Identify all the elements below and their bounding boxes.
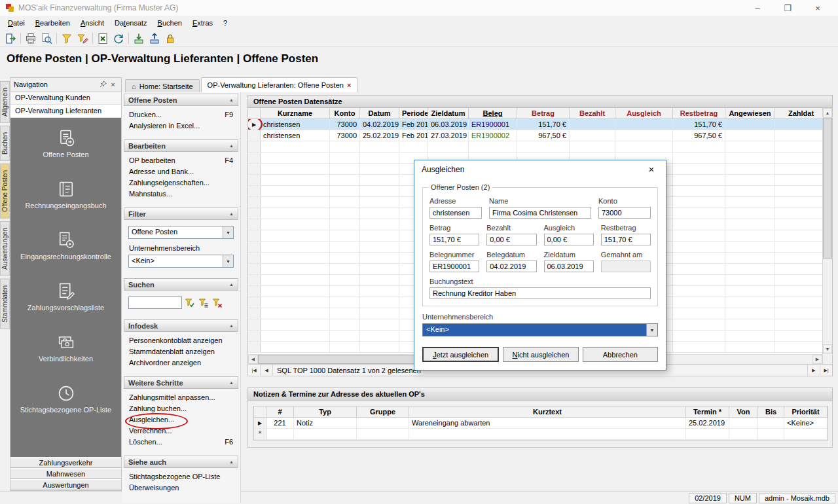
nav-item-op-verwaltung-lieferanten[interactable]: OP-Verwaltung Lieferanten: [10, 105, 121, 118]
scroll-up-icon[interactable]: ▲: [823, 108, 832, 118]
tab-op-verwaltung-lieferanten-offene-posten[interactable]: OP-Verwaltung Lieferanten: Offene Posten…: [201, 77, 358, 92]
vscroll-thumb[interactable]: [823, 118, 832, 259]
notes-column-von[interactable]: Von: [729, 406, 758, 417]
column-header-restbetrag[interactable]: Restbetrag: [673, 108, 725, 118]
vtab-allgemein[interactable]: Allgemein: [0, 81, 10, 123]
column-header-angewiesen[interactable]: Angewiesen: [725, 108, 775, 118]
tab-close-icon[interactable]: ×: [347, 81, 351, 89]
notes-column-kurztext[interactable]: Kurztext: [409, 406, 686, 417]
belegdatum-field[interactable]: 04.02.2019: [486, 261, 536, 272]
tab-home-startseite[interactable]: ⌂Home: Startseite: [125, 79, 200, 92]
vtab-auswertungen[interactable]: Auswertungen: [0, 221, 10, 276]
menu-item-bearbeiten[interactable]: Bearbeiten: [30, 17, 75, 29]
notes-column-gruppe[interactable]: Gruppe: [357, 406, 409, 417]
notes-column-item[interactable]: #: [266, 406, 294, 417]
action-drucken[interactable]: Drucken...F9: [124, 109, 238, 120]
action-verrechnen[interactable]: Verrechnen...: [124, 425, 238, 437]
notes-column-termin[interactable]: Termin *: [686, 406, 729, 417]
close-panel-icon[interactable]: ×: [108, 81, 118, 88]
action-analysieren-in-excel[interactable]: Analysieren in Excel...: [124, 120, 238, 132]
vscroll-track[interactable]: [823, 259, 832, 344]
column-header-zahldat[interactable]: Zahldat: [775, 108, 822, 118]
next-record-icon[interactable]: ▶: [807, 365, 820, 376]
refresh-icon[interactable]: [111, 31, 126, 46]
menu-item-buchen[interactable]: Buchen: [153, 17, 187, 29]
pin-icon[interactable]: [98, 81, 108, 89]
action-adresse-und-bank[interactable]: Adresse und Bank...: [124, 166, 238, 177]
restbetrag-field[interactable]: 151,70 €: [601, 234, 651, 245]
dialog-button-nicht-ausgleichen[interactable]: Nicht ausgleichen: [503, 347, 578, 362]
sidebar-item-rechnungseingangsbuch[interactable]: Rechnungseingangsbuch: [10, 177, 121, 224]
print-icon[interactable]: [23, 31, 39, 46]
last-record-icon[interactable]: ▶|: [820, 365, 832, 376]
menu-item-extras[interactable]: Extras: [187, 17, 218, 29]
row-selector[interactable]: *: [254, 429, 266, 439]
row-selector[interactable]: ▶: [254, 418, 266, 428]
notes-column-bis[interactable]: Bis: [758, 406, 784, 417]
filter-edit-icon[interactable]: [75, 31, 90, 46]
column-header-bezahlt[interactable]: Bezahlt: [570, 108, 615, 118]
sidebar-item-zahlungsvorschlagsliste[interactable]: Zahlungsvorschlagsliste: [10, 279, 121, 326]
first-record-icon[interactable]: |◀: [248, 365, 261, 376]
import-icon[interactable]: [131, 31, 147, 46]
section-header-siehe-auch[interactable]: Siehe auch▲: [124, 456, 238, 468]
lock-icon[interactable]: [162, 31, 178, 46]
action-löschen[interactable]: Löschen...F6: [124, 437, 238, 448]
vtab-stammdaten[interactable]: Stammdaten: [0, 279, 10, 329]
column-header-betrag[interactable]: Betrag: [517, 108, 570, 118]
dialog-button-abbrechen[interactable]: Abbrechen: [583, 347, 658, 362]
vertical-scrollbar[interactable]: ▲ ▼: [822, 108, 832, 364]
filter-list-icon[interactable]: [198, 297, 210, 309]
belegnummer-field[interactable]: ER1900001: [429, 261, 479, 272]
close-icon[interactable]: ×: [803, 3, 833, 13]
previous-record-icon[interactable]: ◀: [261, 365, 273, 376]
sidebar-item-offene-posten[interactable]: Offene Posten: [10, 126, 121, 173]
section-header-filter[interactable]: Filter▲: [124, 207, 238, 220]
action-überweisungen[interactable]: Überweisungen: [124, 482, 238, 494]
vtab-offene-posten[interactable]: Offene Posten: [0, 164, 10, 219]
sidebar-item-stichtagsbezogene-op-liste[interactable]: Stichtagsbezogene OP-Liste: [10, 381, 121, 428]
filter-clear-icon[interactable]: [211, 297, 223, 309]
search-input[interactable]: [128, 297, 182, 309]
dropdown-arrow-icon[interactable]: ▼: [646, 324, 657, 336]
menu-item-datei[interactable]: Datei: [3, 17, 30, 29]
scroll-right-icon[interactable]: ▶: [812, 355, 822, 364]
vtab-buchen[interactable]: Buchen: [0, 126, 10, 161]
minimize-icon[interactable]: –: [742, 3, 773, 13]
export-icon[interactable]: [147, 31, 162, 46]
bezahlt-field[interactable]: 0,00 €: [486, 234, 536, 245]
column-header-zieldatum[interactable]: Zieldatum: [428, 108, 469, 118]
row-selector[interactable]: ▶: [248, 119, 261, 130]
sidebar-item-eingangsrechnungskontrolle[interactable]: Eingangsrechnungskontrolle: [10, 228, 121, 275]
maximize-icon[interactable]: ❐: [773, 3, 803, 13]
action-stammdatenblatt-anzeigen[interactable]: Stammdatenblatt anzeigen: [124, 346, 238, 357]
menu-item-ansicht[interactable]: Ansicht: [75, 17, 109, 29]
op-row[interactable]: christensen7300025.02.2019Feb 201927.03.…: [248, 130, 822, 141]
dropdown-arrow-icon[interactable]: ▼: [223, 255, 233, 267]
action-zahlungsmittel-anpassen[interactable]: Zahlungsmittel anpassen...: [124, 392, 238, 403]
action-op-bearbeiten[interactable]: OP bearbeitenF4: [124, 155, 238, 166]
column-header-ausgleich[interactable]: Ausgleich: [615, 108, 673, 118]
column-header-konto[interactable]: Konto: [330, 108, 360, 118]
nav-item-op-verwaltung-kunden[interactable]: OP-Verwaltung Kunden: [10, 92, 121, 105]
gemahnt-field[interactable]: [601, 261, 651, 272]
zieldatum-field[interactable]: 06.03.2019: [544, 261, 594, 272]
section-header-bearbeiten[interactable]: Bearbeiten▲: [124, 139, 238, 152]
scroll-left-icon[interactable]: ◀: [248, 355, 258, 364]
column-header-datum[interactable]: Datum: [360, 108, 399, 118]
scroll-down-icon[interactable]: ▼: [823, 344, 832, 354]
column-header-kurzname[interactable]: Kurzname: [261, 108, 330, 118]
exit-icon[interactable]: [3, 31, 18, 46]
buchungstext-field[interactable]: Rechnung Kreditor Haben: [429, 287, 651, 299]
action-stichtagsbezogene-op-liste[interactable]: Stichtagsbezogene OP-Liste: [124, 471, 238, 482]
note-row[interactable]: *: [254, 429, 828, 440]
section-header-offene-posten[interactable]: Offene Posten▲: [124, 94, 238, 106]
action-mahnstatus[interactable]: Mahnstatus...: [124, 189, 238, 200]
filter-unternehmensbereich-select[interactable]: <Kein>▼: [128, 255, 234, 268]
dropdown-arrow-icon[interactable]: ▼: [223, 226, 233, 238]
action-personenkontoblatt-anzeigen[interactable]: Personenkontoblatt anzeigen: [124, 335, 238, 346]
name-field[interactable]: Firma Cosima Christensen: [489, 207, 591, 219]
filter-type-select[interactable]: Offene Posten▼: [128, 226, 234, 239]
column-header-beleg[interactable]: Beleg: [469, 108, 517, 118]
notes-column-typ[interactable]: Typ: [294, 406, 357, 417]
